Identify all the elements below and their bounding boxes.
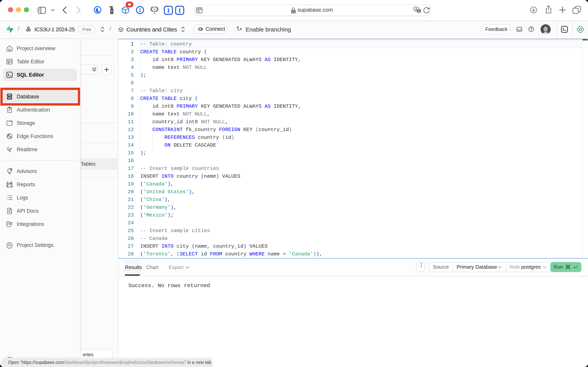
svg-text:I: I xyxy=(178,7,181,14)
svg-text:1: 1 xyxy=(139,7,141,13)
svg-text:文: 文 xyxy=(418,9,420,12)
svg-text:I: I xyxy=(167,7,169,14)
